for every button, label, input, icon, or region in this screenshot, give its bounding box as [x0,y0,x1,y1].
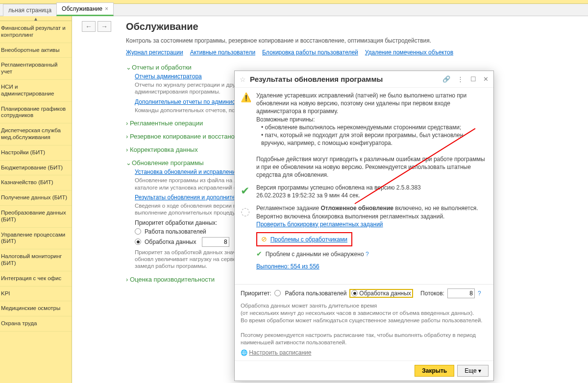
collapse-icon[interactable]: ▲ [0,16,72,21]
star-icon[interactable]: ☆ [240,75,246,83]
sidebar-item-14[interactable]: KPI [0,287,72,302]
sidebar-item-6[interactable]: Настройки (БИТ) [0,145,72,161]
back-button[interactable]: ← [82,21,96,32]
link-icon[interactable]: 🔗 [442,75,450,83]
spinner-icon: ◌ [241,204,251,270]
more-icon[interactable]: ⋮ [457,75,464,83]
top-links: Журнал регистрацииАктивные пользователиБ… [126,49,578,56]
sidebar-item-7[interactable]: Бюджетирование (БИТ) [0,161,72,176]
check-lock-link[interactable]: Проверить блокировку регламентных задани… [256,221,383,228]
priority-data-radio[interactable] [135,239,141,245]
close-icon[interactable]: ✕ [483,75,489,83]
sidebar-item-11[interactable]: Управление процессами (БИТ) [0,228,72,250]
forward-button[interactable]: → [98,21,111,32]
more-button[interactable]: Еще ▾ [457,365,489,377]
sidebar-item-5[interactable]: Диспетчерская служба мед.обслуживания [0,123,72,145]
sidebar-item-0[interactable]: Финансовый результат и контроллинг [0,21,72,43]
warn-icon: ⊘ [261,235,267,243]
top-link-2[interactable]: Блокировка работы пользователей [262,49,358,56]
sidebar-item-1[interactable]: Внеоборотные активы [0,43,72,58]
progress-link[interactable]: Выполнено: 554 из 556 [256,263,319,270]
admin-reports-link[interactable]: Отчеты администратора [135,73,202,80]
problems-box: ⊘ Проблемы с обработчиками [256,232,352,246]
sidebar-item-10[interactable]: Преобразование данных (БИТ) [0,206,72,228]
sidebar-item-13[interactable]: Интеграция с чек офис [0,271,72,287]
dialog-priority-data-radio[interactable] [351,290,358,296]
sidebar-item-8[interactable]: Казначейство (БИТ) [0,175,72,191]
section-reports[interactable]: Отчеты и обработки [126,64,578,71]
dialog-title: Результаты обновления программы [250,75,436,83]
top-link-0[interactable]: Журнал регистрации [126,49,183,56]
check-icon: ✔ [241,184,251,199]
sidebar-item-12[interactable]: Налоговый мониторинг (БИТ) [0,249,72,271]
sidebar-item-3[interactable]: НСИ и администрирование [0,80,72,102]
sidebar-item-9[interactable]: Получение данных (БИТ) [0,191,72,206]
threads-input[interactable] [202,237,229,247]
dialog-threads-input[interactable] [447,288,475,298]
schedule-link[interactable]: Настроить расписание [249,349,311,356]
page-title: Обслуживание [126,21,578,32]
top-link-1[interactable]: Активные пользователи [190,49,255,56]
update-results-dialog: ☆ Результаты обновления программы 🔗 ⋮ ☐ … [234,71,494,381]
help-icon[interactable]: ? [366,251,369,258]
tab-bar: льная страница Обслуживание× [0,4,588,16]
sidebar-item-2[interactable]: Регламентированный учет [0,58,72,80]
page-desc: Контроль за состоянием программы, резерв… [126,37,578,44]
help-icon[interactable]: ? [478,290,481,297]
warning-icon: ⚠️ [241,92,251,179]
sidebar-item-4[interactable]: Планирование графиков сотрудников [0,102,72,124]
top-link-3[interactable]: Удаление помеченных объектов [365,49,453,56]
dialog-priority-user-radio[interactable] [274,290,281,296]
sidebar: ▲ Финансовый результат и контроллингВнео… [0,16,72,383]
sidebar-item-15[interactable]: Медицинские осмотры [0,301,72,316]
tab-maintenance[interactable]: Обслуживание× [56,2,114,16]
ok-icon: ✔ [256,250,262,258]
maximize-icon[interactable]: ☐ [470,75,476,83]
priority-user-radio[interactable] [135,228,141,235]
sidebar-item-16[interactable]: Охрана труда [0,316,72,332]
close-button[interactable]: Закрыть [415,365,454,377]
tab-home[interactable]: льная страница [3,4,57,16]
close-icon[interactable]: × [105,5,108,12]
problems-link[interactable]: Проблемы с обработчиками [270,236,347,243]
